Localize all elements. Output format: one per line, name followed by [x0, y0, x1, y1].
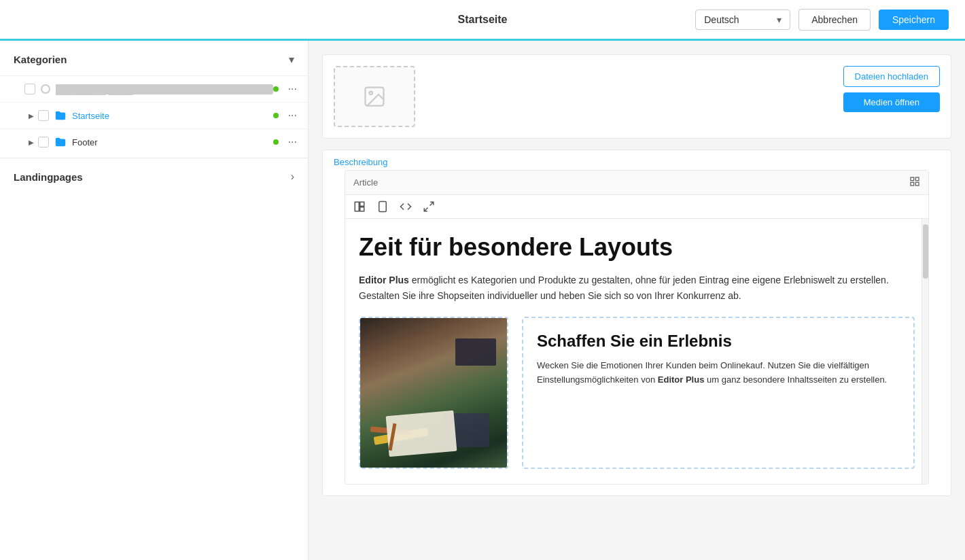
svg-rect-6	[355, 202, 359, 211]
checkbox-startseite[interactable]	[38, 110, 49, 121]
more-menu-startseite[interactable]: ···	[285, 108, 300, 123]
text-block: Schaffen Sie ein Erlebnis Wecken Sie die…	[522, 317, 915, 469]
kategorien-chevron: ▾	[289, 53, 294, 66]
editor-heading: Zeit für besondere Layouts	[359, 232, 915, 262]
svg-point-1	[370, 92, 373, 95]
tree-item-footer: ▶ Footer ···	[0, 128, 308, 155]
col2-body-post: um ganz besondere Inhaltsseiten zu erste…	[704, 374, 887, 385]
svg-rect-3	[915, 177, 919, 181]
chevron-down-icon: ▾	[777, 14, 782, 25]
editor-toolbar-top: Article	[345, 171, 928, 195]
editor-content[interactable]: Zeit für besondere Layouts Editor Plus e…	[345, 219, 928, 484]
expand-footer-icon[interactable]: ▶	[24, 135, 38, 149]
editor-bold-intro: Editor Plus	[359, 275, 409, 285]
landingpages-chevron: ›	[291, 171, 294, 183]
page-title: Startseite	[458, 14, 508, 26]
editor-body-text: Editor Plus ermöglicht es Kategorien und…	[359, 273, 915, 303]
language-value: Deutsch	[704, 14, 739, 25]
header-actions: Deutsch ▾ Abbrechen Speichern	[695, 9, 949, 31]
save-button[interactable]: Speichern	[879, 10, 949, 30]
editor-body-rest: ermöglicht es Kategorien und Produkte zu…	[359, 275, 889, 300]
editor-scrollbar[interactable]	[922, 219, 928, 484]
tree-item-root: ▶ ████████ ████ ···	[0, 75, 308, 102]
svg-rect-7	[360, 202, 364, 206]
svg-line-12	[424, 208, 427, 211]
article-label: Article	[353, 177, 378, 188]
cancel-button[interactable]: Abbrechen	[799, 9, 871, 31]
svg-rect-5	[915, 182, 919, 186]
landingpages-section-header[interactable]: Landingpages ›	[0, 158, 308, 192]
open-media-button[interactable]: Medien öffnen	[843, 92, 940, 112]
col2-heading: Schaffen Sie ein Erlebnis	[537, 332, 900, 351]
expand-startseite-icon[interactable]: ▶	[24, 109, 38, 122]
layout-icon[interactable]	[353, 200, 366, 213]
content-area: Dateien hochladen Medien öffnen Beschrei…	[309, 41, 965, 560]
language-selector[interactable]: Deutsch ▾	[695, 10, 790, 30]
col2-body-bold: Editor Plus	[658, 374, 705, 385]
image-icon	[362, 84, 387, 109]
device-icon[interactable]	[376, 200, 389, 213]
svg-line-11	[430, 202, 434, 205]
more-menu-footer[interactable]: ···	[285, 135, 300, 150]
code-icon[interactable]	[400, 200, 412, 213]
checkbox-root[interactable]	[24, 84, 35, 94]
sidebar: Kategorien ▾ ▶ ████████ ████ ··· ▶ Start…	[0, 41, 309, 560]
checkbox-footer[interactable]	[38, 137, 49, 147]
fullscreen-icon[interactable]	[423, 200, 435, 213]
image-block	[359, 317, 508, 469]
media-section: Dateien hochladen Medien öffnen	[322, 54, 951, 139]
folder-startseite-icon	[54, 109, 67, 122]
item-label-startseite[interactable]: Startseite	[72, 111, 273, 121]
folder-footer-icon	[54, 136, 67, 148]
main-layout: Kategorien ▾ ▶ ████████ ████ ··· ▶ Start…	[0, 41, 965, 560]
tree-item-startseite: ▶ Startseite ···	[0, 102, 308, 128]
scrollbar-thumb	[923, 224, 928, 279]
kategorien-heading: Kategorien	[14, 54, 67, 65]
upload-button[interactable]: Dateien hochladen	[843, 66, 940, 87]
svg-rect-8	[360, 207, 364, 211]
svg-rect-4	[911, 182, 914, 186]
media-placeholder	[334, 66, 415, 127]
editor-container: Article	[345, 170, 929, 485]
status-dot-startseite	[273, 113, 279, 118]
kategorien-section-header[interactable]: Kategorien ▾	[0, 41, 308, 75]
media-buttons: Dateien hochladen Medien öffnen	[843, 66, 940, 112]
header: Startseite Deutsch ▾ Abbrechen Speichern	[0, 0, 965, 41]
status-dot-footer	[273, 139, 279, 145]
editor-section: Beschreibung Article	[322, 150, 951, 496]
item-label-footer: Footer	[72, 137, 273, 147]
landingpages-heading: Landingpages	[14, 171, 83, 183]
svg-rect-2	[911, 177, 914, 181]
svg-rect-9	[379, 202, 387, 212]
item-label-root: ████████ ████	[56, 84, 273, 94]
radio-root[interactable]	[41, 84, 50, 94]
description-label: Beschreibung	[323, 150, 951, 170]
two-col-block: Schaffen Sie ein Erlebnis Wecken Sie die…	[359, 317, 915, 469]
status-dot-root	[273, 86, 279, 92]
editor-expand-icon[interactable]	[909, 176, 920, 189]
col2-body: Wecken Sie die Emotionen Ihrer Kunden be…	[537, 359, 900, 387]
more-menu-root[interactable]: ···	[285, 82, 300, 97]
editor-toolbar	[345, 195, 928, 219]
